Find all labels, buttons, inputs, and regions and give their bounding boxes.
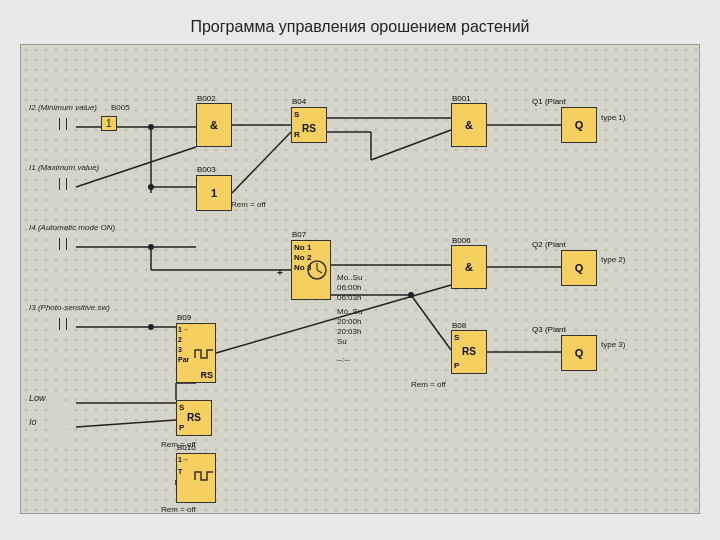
timer-text-8: --:-- bbox=[337, 355, 350, 364]
timer-text-6: 20:03h bbox=[337, 327, 361, 336]
svg-point-24 bbox=[148, 124, 154, 130]
type1-label: type 1) bbox=[601, 113, 625, 122]
block-B001-symbol: & bbox=[465, 119, 473, 131]
input-Low-label: Low bbox=[29, 393, 46, 403]
svg-line-5 bbox=[232, 132, 291, 193]
contact-Io bbox=[53, 430, 73, 446]
timer-text-2: 06:00h bbox=[337, 283, 361, 292]
contact-I2 bbox=[53, 116, 73, 132]
plus-symbol: + bbox=[277, 267, 283, 278]
block-B003: B003 1 bbox=[196, 175, 232, 211]
input-I2-tag: B005 bbox=[111, 103, 130, 112]
input-I1-label: I1 (Maximum value) bbox=[29, 163, 99, 172]
block-B04: B04 S RS R bbox=[291, 107, 327, 143]
input-Io-label: Io bbox=[29, 417, 37, 427]
timer-text-4: Mo..Su bbox=[337, 307, 362, 316]
input-I3-label: I3 (Photo-sensitive sw) bbox=[29, 303, 110, 312]
contact-I4 bbox=[53, 236, 73, 252]
contact-I1 bbox=[53, 176, 73, 192]
block-B010: B010 1→ T bbox=[176, 453, 216, 503]
rem-off-b010: Rem = off bbox=[161, 505, 196, 514]
block-Q1: Q1 (Plant Q bbox=[561, 107, 597, 143]
diagram-container: I2 (Minimum value) B005 1 I1 (Maximum va… bbox=[20, 44, 700, 514]
timer-text-5: 20:00h bbox=[337, 317, 361, 326]
block-B09-symbol: RS bbox=[200, 370, 213, 380]
contact-Low bbox=[53, 406, 73, 422]
input-I2-value: 1 bbox=[101, 116, 117, 131]
svg-line-18 bbox=[76, 420, 176, 427]
page-title: Программа управления орошением растений bbox=[190, 18, 529, 36]
svg-point-23 bbox=[408, 292, 414, 298]
svg-point-11 bbox=[148, 244, 154, 250]
type3-label: type 3) bbox=[601, 340, 625, 349]
timer-text-7: Su bbox=[337, 337, 347, 346]
timer-text-1: Mo..Su bbox=[337, 273, 362, 282]
input-I4-label: I4 (Automatic mode ON) bbox=[29, 223, 115, 232]
type2-label: type 2) bbox=[601, 255, 625, 264]
svg-line-20 bbox=[411, 295, 451, 350]
timer-text-3: 06:03h bbox=[337, 293, 361, 302]
block-B006: B006 & bbox=[451, 245, 487, 289]
block-Q2: Q2 (Plant Q bbox=[561, 250, 597, 286]
block-RS-low: S RS P bbox=[176, 400, 212, 436]
block-Q3: Q3 (Plant Q bbox=[561, 335, 597, 371]
block-B08: B08 S RS P bbox=[451, 330, 487, 374]
block-B09: B09 1→ 2 3 Par RS bbox=[176, 323, 216, 383]
input-I2-label: I2 (Minimum value) bbox=[29, 103, 97, 112]
svg-point-13 bbox=[148, 324, 154, 330]
block-B002-symbol: & bbox=[210, 119, 218, 131]
block-B001: B001 & bbox=[451, 103, 487, 147]
svg-line-33 bbox=[317, 270, 322, 273]
block-B002: B002 & bbox=[196, 103, 232, 147]
rem-off-1: Rem = off bbox=[231, 200, 266, 209]
block-B07: B07 No 1 No 2 No 3 bbox=[291, 240, 331, 300]
svg-line-30 bbox=[371, 130, 451, 160]
rem-off-b08: Rem = off bbox=[411, 380, 446, 389]
svg-point-26 bbox=[148, 184, 154, 190]
svg-line-14 bbox=[216, 285, 451, 353]
contact-I3 bbox=[53, 316, 73, 332]
